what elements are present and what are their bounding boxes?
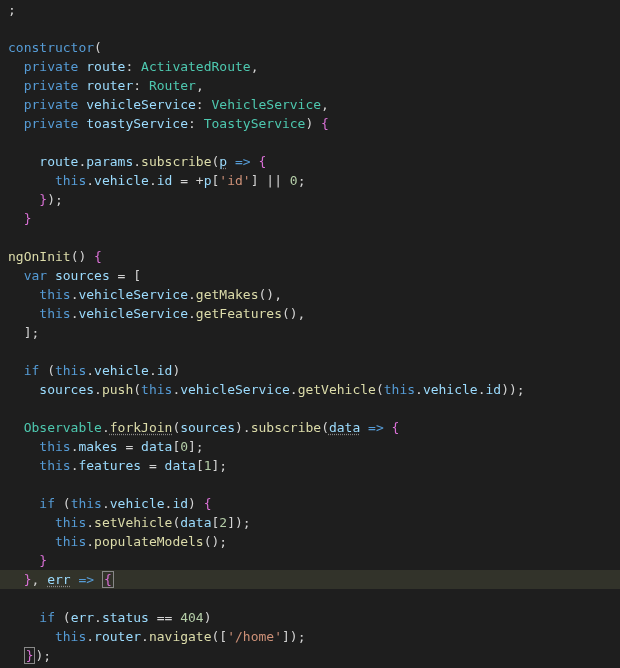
tok: this (384, 382, 415, 397)
tok: this (71, 496, 102, 511)
code-line: } (8, 211, 31, 226)
code-line: this.populateModels(); (8, 534, 227, 549)
tok: this (55, 515, 86, 530)
code-line: Observable.forkJoin(sources).subscribe(d… (8, 420, 399, 435)
cursor-position: { (102, 571, 114, 588)
code-line: this.vehicleService.getFeatures(), (8, 306, 305, 321)
code-line: } (8, 553, 47, 568)
tok: vehicle (423, 382, 478, 397)
code-line: constructor( (8, 40, 102, 55)
tok: err (47, 572, 70, 587)
code-line: private route: ActivatedRoute, (8, 59, 258, 74)
tok: private (24, 59, 79, 74)
tok: populateModels (94, 534, 204, 549)
tok: router (86, 78, 133, 93)
tok: id (157, 363, 173, 378)
tok: this (55, 629, 86, 644)
code-line: ngOnInit() { (8, 249, 102, 264)
tok: this (55, 173, 86, 188)
code-line-active: }, err => { (0, 570, 620, 589)
tok: toastyService (86, 116, 188, 131)
tok: 2 (219, 515, 227, 530)
tok: id (486, 382, 502, 397)
tok: id (172, 496, 188, 511)
tok: this (39, 287, 70, 302)
tok: data (180, 515, 211, 530)
tok: setVehicle (94, 515, 172, 530)
tok: 0 (290, 173, 298, 188)
tok: p (204, 173, 212, 188)
tok: params (86, 154, 133, 169)
tok: this (39, 439, 70, 454)
code-line: this.makes = data[0]; (8, 439, 204, 454)
brace-match: } (24, 647, 36, 664)
tok: vehicleService (78, 306, 188, 321)
tok: makes (78, 439, 117, 454)
tok: if (39, 610, 55, 625)
tok: vehicle (94, 173, 149, 188)
tok: ActivatedRoute (141, 59, 251, 74)
tok: 404 (180, 610, 203, 625)
tok: Router (149, 78, 196, 93)
code-line: private vehicleService: VehicleService, (8, 97, 329, 112)
code-line: ; (8, 2, 16, 17)
tok: getMakes (196, 287, 259, 302)
tok: this (141, 382, 172, 397)
tok: features (78, 458, 141, 473)
tok: navigate (149, 629, 212, 644)
tok: data (141, 439, 172, 454)
tok: VehicleService (212, 97, 322, 112)
tok: this (55, 534, 86, 549)
tok: err (71, 610, 94, 625)
tok: route (86, 59, 125, 74)
tok: sources (55, 268, 110, 283)
tok: getFeatures (196, 306, 282, 321)
tok: vehicle (94, 363, 149, 378)
tok: ToastyService (204, 116, 306, 131)
tok: if (39, 496, 55, 511)
tok: getVehicle (298, 382, 376, 397)
tok: data (329, 420, 360, 435)
code-line: if (err.status == 404) (8, 610, 212, 625)
tok: this (39, 306, 70, 321)
tok: subscribe (251, 420, 321, 435)
tok: router (94, 629, 141, 644)
tok: 0 (180, 439, 188, 454)
tok: vehicleService (78, 287, 188, 302)
tok: this (55, 363, 86, 378)
tok: ngOnInit (8, 249, 71, 264)
tok: Observable (24, 420, 102, 435)
tok: private (24, 116, 79, 131)
tok: this (39, 458, 70, 473)
tok: 'id' (219, 173, 250, 188)
tok: subscribe (141, 154, 211, 169)
tok: id (157, 173, 173, 188)
tok: status (102, 610, 149, 625)
tok: sources (39, 382, 94, 397)
code-line: }); (8, 192, 63, 207)
code-line: this.features = data[1]; (8, 458, 227, 473)
code-line: this.router.navigate(['/home']); (8, 629, 305, 644)
tok: private (24, 97, 79, 112)
code-line: if (this.vehicle.id) { (8, 496, 212, 511)
tok: route (39, 154, 78, 169)
tok: var (24, 268, 47, 283)
code-line: private router: Router, (8, 78, 204, 93)
code-line: if (this.vehicle.id) (8, 363, 180, 378)
tok: vehicleService (180, 382, 290, 397)
tok: private (24, 78, 79, 93)
tok: data (165, 458, 196, 473)
code-line: private toastyService: ToastyService) { (8, 116, 329, 131)
tok: 1 (204, 458, 212, 473)
tok: p (219, 154, 227, 169)
code-line: sources.push(this.vehicleService.getVehi… (8, 382, 525, 397)
tok: '/home' (227, 629, 282, 644)
code-line: var sources = [ (8, 268, 141, 283)
code-line: ]; (8, 325, 39, 340)
code-line: this.vehicle.id = +p['id'] || 0; (8, 173, 305, 188)
code-editor[interactable]: ; constructor( private route: ActivatedR… (8, 0, 620, 668)
code-line: route.params.subscribe(p => { (8, 154, 266, 169)
code-line: }); (8, 647, 51, 664)
code-line: this.vehicleService.getMakes(), (8, 287, 282, 302)
tok: vehicleService (86, 97, 196, 112)
